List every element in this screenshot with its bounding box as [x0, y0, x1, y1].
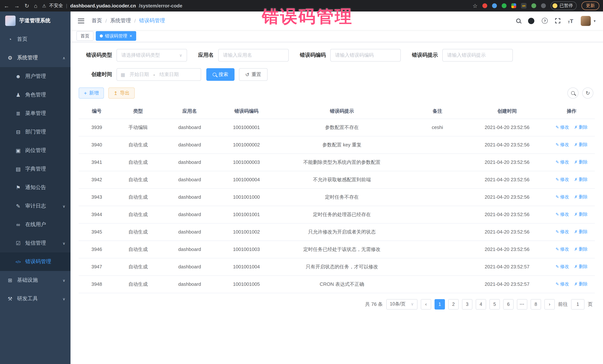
forward-icon[interactable]: →: [14, 3, 20, 9]
edit-link[interactable]: ✎修改: [556, 194, 569, 200]
sidebar-item-dept[interactable]: ⊟部门管理: [0, 123, 70, 141]
refresh-button[interactable]: ↻: [582, 88, 593, 99]
goto-page-input[interactable]: 1: [571, 299, 584, 309]
chevron-down-icon[interactable]: ▾: [594, 19, 596, 23]
sms-icon: ☑: [15, 240, 22, 246]
delete-link[interactable]: ✗删除: [574, 211, 588, 218]
delete-link[interactable]: ✗删除: [574, 142, 588, 148]
gear-icon: ⚙: [7, 55, 13, 61]
tab-close-icon[interactable]: ×: [129, 34, 132, 38]
extension-blue-icon[interactable]: [492, 3, 497, 8]
help-icon[interactable]: ?: [542, 18, 548, 24]
tab-错误码管理[interactable]: 错误码管理×: [96, 31, 136, 41]
page-ellipsis[interactable]: •••: [517, 299, 527, 309]
devtool-icon: ⚒: [7, 296, 13, 302]
edit-link[interactable]: ✎修改: [556, 159, 569, 165]
sidebar-item-menu[interactable]: ≣菜单管理: [0, 104, 70, 123]
search-button[interactable]: 搜索: [206, 68, 234, 81]
column-header: 错误码提示: [275, 104, 409, 119]
github-icon[interactable]: [528, 18, 534, 24]
table-row: 3945自动生成dashboard1001001002只允许修改为开启或者关闭状…: [79, 223, 595, 241]
page-button[interactable]: 8: [531, 299, 541, 309]
sidebar-item-post[interactable]: ▣岗位管理: [0, 141, 70, 160]
sidebar-item-infra[interactable]: ⊞基础设施∨: [0, 271, 70, 289]
breadcrumb: 首页/系统管理/错误码管理: [92, 17, 165, 24]
chevron-down-icon: ∨: [411, 302, 414, 307]
page-button[interactable]: 6: [503, 299, 514, 309]
edit-link[interactable]: ✎修改: [556, 246, 569, 253]
back-icon[interactable]: ←: [4, 3, 9, 9]
font-size-icon[interactable]: TT: [568, 18, 573, 24]
sidebar-item-home[interactable]: ◔首页: [0, 30, 70, 49]
delete-link[interactable]: ✗删除: [574, 281, 588, 287]
next-page-button[interactable]: ›: [544, 299, 555, 309]
browser-update-button[interactable]: 更新: [581, 1, 599, 10]
edit-link[interactable]: ✎修改: [556, 142, 569, 148]
cell-id: 3941: [79, 154, 115, 171]
bookmark-star-icon[interactable]: ☆: [473, 3, 477, 9]
edit-label: 修改: [560, 229, 569, 235]
sidebar-item-audit-log[interactable]: ✎审计日志∨: [0, 197, 70, 215]
delete-link[interactable]: ✗删除: [574, 124, 588, 131]
page-button[interactable]: 5: [489, 299, 500, 309]
error-hint-input[interactable]: 请输入错误码提示: [442, 49, 513, 62]
collapse-menu-icon[interactable]: [78, 18, 84, 23]
delete-link[interactable]: ✗删除: [574, 246, 588, 253]
reload-icon[interactable]: ↻: [24, 3, 29, 9]
app-title: 芋道管理系统: [19, 17, 50, 24]
sidebar-item-online-user[interactable]: ∞在线用户: [0, 215, 70, 234]
delete-link[interactable]: ✗删除: [574, 159, 588, 165]
app-logo[interactable]: 芋道管理系统: [0, 11, 70, 30]
sidebar-item-notice[interactable]: ⚑通知公告: [0, 178, 70, 197]
delete-link[interactable]: ✗删除: [574, 194, 588, 200]
fullscreen-icon[interactable]: [555, 18, 560, 23]
tab-首页[interactable]: 首页: [76, 31, 93, 41]
toggle-search-button[interactable]: [567, 88, 579, 99]
home-icon[interactable]: ⌂: [34, 3, 37, 9]
page-size-select[interactable]: 10条/页 ∨: [386, 299, 417, 309]
profile-paused-badge[interactable]: 已暂停: [551, 1, 577, 10]
extension-green-icon[interactable]: [502, 3, 507, 8]
page-button[interactable]: 4: [476, 299, 486, 309]
app-name-input[interactable]: 请输入应用名: [218, 49, 289, 62]
search-icon[interactable]: [516, 19, 521, 23]
delete-link[interactable]: ✗删除: [574, 264, 588, 270]
page-button[interactable]: 3: [462, 299, 472, 309]
sidebar-item-error-code[interactable]: </>错误码管理: [0, 253, 70, 271]
sidebar-item-dict[interactable]: ▤字典管理: [0, 160, 70, 178]
delete-link[interactable]: ✗删除: [574, 229, 588, 235]
error-code-input[interactable]: 请输入错误码编码: [330, 49, 401, 62]
extension-grid-icon[interactable]: [511, 3, 516, 8]
edit-link[interactable]: ✎修改: [556, 176, 569, 183]
user-avatar[interactable]: [581, 16, 591, 26]
sidebar-item-user[interactable]: ☻用户管理: [0, 67, 70, 86]
sidebar-item-label: 部门管理: [25, 129, 46, 135]
cell-remark: [409, 258, 466, 276]
edit-link[interactable]: ✎修改: [556, 229, 569, 235]
sidebar-item-sms[interactable]: ☑短信管理∨: [0, 234, 70, 253]
export-button[interactable]: ↥ 导出: [108, 88, 135, 99]
extension-red-icon[interactable]: [482, 3, 487, 8]
edit-link[interactable]: ✎修改: [556, 211, 569, 218]
prev-page-button[interactable]: ‹: [421, 299, 431, 309]
edit-link[interactable]: ✎修改: [556, 264, 569, 270]
sidebar-item-system[interactable]: ⚙系统管理∧: [0, 49, 70, 67]
extension-on-badge-icon[interactable]: on: [521, 3, 527, 9]
edit-link[interactable]: ✎修改: [556, 281, 569, 287]
breadcrumb-item[interactable]: 首页: [92, 17, 102, 24]
page-button[interactable]: 1: [435, 299, 445, 309]
sidebar-item-role[interactable]: ♟角色管理: [0, 86, 70, 104]
delete-link[interactable]: ✗删除: [574, 176, 588, 183]
edit-link[interactable]: ✎修改: [556, 124, 569, 131]
reset-button[interactable]: ↺ 重置: [239, 68, 267, 81]
extension-puzzle-icon[interactable]: [541, 3, 546, 8]
edit-icon: ✎: [556, 142, 559, 147]
address-bar[interactable]: ⚠ 不安全 | dashboard.yudao.iocoder.cn/syste…: [42, 3, 477, 9]
date-range-input[interactable]: ▦ 开始日期 - 结束日期: [116, 68, 201, 81]
add-button[interactable]: + 新增: [79, 88, 104, 99]
extension-leaf-icon[interactable]: [531, 3, 536, 8]
page-button[interactable]: 2: [448, 299, 459, 309]
error-type-select[interactable]: 请选择错误码类型 ∨: [116, 49, 187, 62]
breadcrumb-item[interactable]: 系统管理: [110, 17, 131, 24]
sidebar-item-devtool[interactable]: ⚒研发工具∨: [0, 289, 70, 308]
